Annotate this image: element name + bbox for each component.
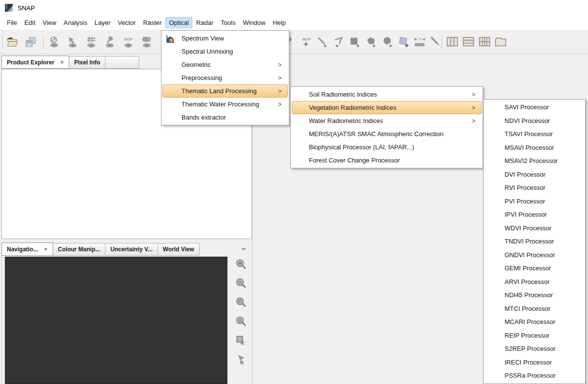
svg-text:?: ?	[418, 37, 421, 42]
tile-rows-icon[interactable]	[461, 35, 476, 49]
submenu-arrow-icon: >	[278, 101, 282, 108]
world-map-overlay-icon[interactable]	[140, 35, 154, 49]
menu-item-soil-radiometric-indices[interactable]: Soil Radiometric Indices >	[292, 88, 482, 101]
tile-columns-icon[interactable]	[445, 35, 460, 49]
title-bar: SNAP SNAP	[0, 0, 588, 16]
menu-item-vegetation-radiometric-indices[interactable]: Vegetation Radiometric Indices >	[292, 101, 482, 114]
menu-item-bands-extractor[interactable]: Bands extractor	[162, 111, 288, 124]
menu-item-spectrum-view[interactable]: Spectrum View	[162, 32, 288, 45]
graticule-overlay-icon[interactable]	[84, 35, 99, 49]
menu-item-pvi-processor[interactable]: PVI Processor	[485, 195, 584, 208]
tile-grid-icon[interactable]	[477, 35, 492, 49]
menu-item-savi-processor[interactable]: SAVI Processor	[485, 101, 584, 114]
zoom-all-icon[interactable]: A	[234, 315, 248, 328]
menu-item-tsavi-processor[interactable]: TSAVI Processor	[485, 127, 584, 141]
menu-item-tndvi-processor[interactable]: TNDVI Processor	[485, 235, 584, 248]
tab-uncertainty-visualisation[interactable]: Uncertainty V...	[105, 243, 158, 256]
close-icon[interactable]: ×	[44, 245, 48, 253]
geometry-overlay-icon[interactable]	[65, 35, 80, 49]
menu-item-label: MERIS/(A)ATSR SMAC Atmospheric Correctio…	[309, 130, 444, 138]
menu-item-wdvi-processor[interactable]: WDVI Processor	[485, 222, 584, 235]
tab-navigation[interactable]: Navigatio... ×	[1, 243, 53, 256]
zoom-in-icon[interactable]	[234, 258, 248, 271]
rectangle-tool-icon[interactable]	[347, 35, 362, 49]
menu-item-water-radiometric-indices[interactable]: Water Radiometric Indices >	[292, 114, 482, 127]
menu-item-spectral-unmixing[interactable]: Spectral Unmixing	[162, 45, 288, 58]
menu-item-forest-cover-change[interactable]: Forest Cover Change Processor	[292, 154, 482, 167]
tab-label: World View	[163, 246, 194, 253]
pin-overlay-icon[interactable]	[102, 35, 117, 49]
menu-item-ndi45-processor[interactable]: NDI45 Processor	[485, 288, 584, 302]
menu-item-thematic-land-processing[interactable]: Thematic Land Processing >	[162, 84, 288, 98]
zoom-out-icon[interactable]	[234, 277, 248, 290]
menu-item-ipvi-processor[interactable]: IPVI Processor	[485, 208, 584, 222]
menu-item-preprocessing[interactable]: Preprocessing >	[162, 71, 288, 84]
menu-item-meris-smac[interactable]: MERIS/(A)ATSR SMAC Atmospheric Correctio…	[292, 127, 482, 141]
menubar-item-file[interactable]: File	[4, 18, 20, 28]
menubar-item-vector[interactable]: Vector	[115, 18, 139, 28]
menu-item-geometric[interactable]: Geometric >	[162, 58, 288, 71]
tab-pixel-info[interactable]: Pixel Info	[69, 56, 105, 69]
sync-views-icon[interactable]	[234, 334, 248, 347]
menubar-item-raster[interactable]: Raster	[140, 18, 164, 28]
menubar-item-analysis[interactable]: Analysis	[61, 18, 90, 28]
menu-item-label: ARVI Processor	[505, 278, 549, 285]
sync-cursor-icon[interactable]	[234, 353, 248, 366]
tab-product-explorer[interactable]: Product Explorer ×	[1, 56, 69, 69]
main-toolbar: GCP GCP	[0, 30, 588, 54]
menu-item-label: IPVI Processor	[505, 211, 547, 218]
menu-item-gndvi-processor[interactable]: GNDVI Processor	[485, 248, 584, 262]
line-tool-icon[interactable]	[315, 35, 330, 49]
tab-world-view[interactable]: World View	[158, 243, 200, 256]
menu-item-rvi-processor[interactable]: RVI Processor	[485, 181, 584, 195]
menubar-item-window[interactable]: Window	[240, 18, 268, 28]
menubar-item-edit[interactable]: Edit	[21, 18, 38, 28]
menu-item-msavi2-processor[interactable]: MSAVI2 Processor	[485, 154, 584, 168]
polyline-tool-icon[interactable]	[332, 35, 346, 49]
tab-colour-manipulation[interactable]: Colour Manip...	[53, 243, 106, 256]
menu-item-label: REIP Processor	[505, 332, 549, 339]
menu-item-label: SAVI Processor	[505, 103, 549, 111]
menu-item-gemi-processor[interactable]: GEMI Processor	[485, 262, 584, 275]
menu-item-label: Vegetation Radiometric Indices	[309, 104, 396, 111]
minimize-panel-button[interactable]: −	[239, 245, 248, 253]
menubar-item-radar[interactable]: Radar	[193, 18, 216, 28]
menubar-item-help[interactable]: Help	[270, 18, 289, 28]
menu-item-s2rep-processor[interactable]: S2REP Processor	[485, 342, 584, 356]
magic-wand-tool-icon[interactable]	[396, 35, 411, 49]
menu-item-label: PVI Processor	[505, 198, 545, 205]
close-icon[interactable]: ×	[60, 59, 64, 66]
menubar-item-optical[interactable]: Optical	[166, 18, 191, 28]
menu-item-reip-processor[interactable]: REIP Processor	[485, 329, 584, 343]
menu-item-dvi-processor[interactable]: DVI Processor	[485, 168, 584, 182]
open-product-icon[interactable]	[5, 35, 20, 49]
menu-item-label: RVI Processor	[505, 184, 546, 191]
document-group-icon[interactable]	[493, 35, 508, 49]
menu-item-arvi-processor[interactable]: ARVI Processor	[485, 275, 584, 289]
menu-item-ndvi-processor[interactable]: NDVI Processor	[485, 114, 584, 128]
pen-tool-icon[interactable]	[427, 35, 442, 49]
svg-text:GCP: GCP	[124, 37, 133, 41]
menubar-item-view[interactable]: View	[40, 18, 59, 28]
menu-item-msavi-processor[interactable]: MSAVI Processor	[485, 141, 584, 155]
menubar-item-layer[interactable]: Layer	[92, 18, 114, 28]
menu-item-biophysical-processor[interactable]: Biophysical Processor (LAI, fAPAR...)	[292, 141, 482, 154]
menu-item-label: GEMI Processor	[505, 264, 551, 272]
navigation-thumbnail-canvas[interactable]	[5, 257, 227, 384]
menubar-item-tools[interactable]: Tools	[218, 18, 238, 28]
zoom-to-pixel-icon[interactable]: P	[234, 296, 248, 309]
menu-item-thematic-water-processing[interactable]: Thematic Water Processing >	[162, 98, 288, 111]
menu-bar: File Edit View Analysis Layer Vector Ras…	[0, 16, 588, 30]
gcp-tool-icon[interactable]: GCP	[299, 35, 313, 49]
menu-item-mtci-processor[interactable]: MTCI Processor	[485, 302, 584, 316]
optical-menu: Spectrum View Spectral Unmixing Geometri…	[161, 30, 289, 125]
save-product-icon[interactable]	[23, 35, 38, 49]
gcp-overlay-icon[interactable]: GCP	[121, 35, 136, 49]
menu-item-mcari-processor[interactable]: MCARI Processor	[485, 315, 584, 329]
menu-item-pssra-processor[interactable]: PSSRa Processor	[485, 369, 584, 383]
ellipse-tool-icon[interactable]	[381, 35, 395, 49]
polygon-tool-icon[interactable]	[364, 35, 379, 49]
menu-item-ireci-processor[interactable]: IRECI Processor	[485, 356, 584, 369]
no-data-overlay-icon[interactable]	[47, 35, 61, 49]
range-finder-tool-icon[interactable]: ?	[412, 35, 427, 49]
